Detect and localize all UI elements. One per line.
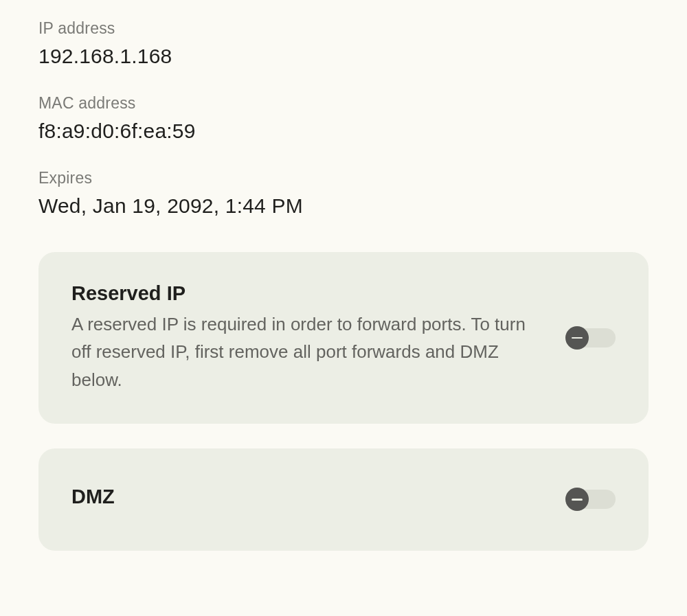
dmz-title: DMZ [71, 486, 550, 508]
reserved-ip-description: A reserved IP is required in order to fo… [71, 310, 550, 393]
ip-address-label: IP address [38, 19, 649, 38]
ip-address-field: IP address 192.168.1.168 [38, 19, 649, 68]
reserved-ip-title: Reserved IP [71, 282, 550, 305]
expires-value: Wed, Jan 19, 2092, 1:44 PM [38, 194, 649, 218]
expires-field: Expires Wed, Jan 19, 2092, 1:44 PM [38, 169, 649, 218]
reserved-ip-card: Reserved IP A reserved IP is required in… [38, 252, 649, 424]
mac-address-value: f8:a9:d0:6f:ea:59 [38, 119, 649, 143]
expires-label: Expires [38, 169, 649, 187]
mac-address-field: MAC address f8:a9:d0:6f:ea:59 [38, 94, 649, 143]
toggle-track [566, 328, 616, 347]
minus-icon [565, 488, 589, 511]
reserved-ip-toggle[interactable] [566, 328, 616, 347]
toggle-track [566, 490, 616, 509]
dmz-text: DMZ [71, 486, 566, 514]
ip-address-value: 192.168.1.168 [38, 45, 649, 68]
dmz-card: DMZ [38, 448, 649, 551]
minus-icon [565, 326, 589, 350]
dmz-toggle[interactable] [566, 490, 616, 509]
reserved-ip-text: Reserved IP A reserved IP is required in… [71, 282, 566, 393]
mac-address-label: MAC address [38, 94, 649, 113]
